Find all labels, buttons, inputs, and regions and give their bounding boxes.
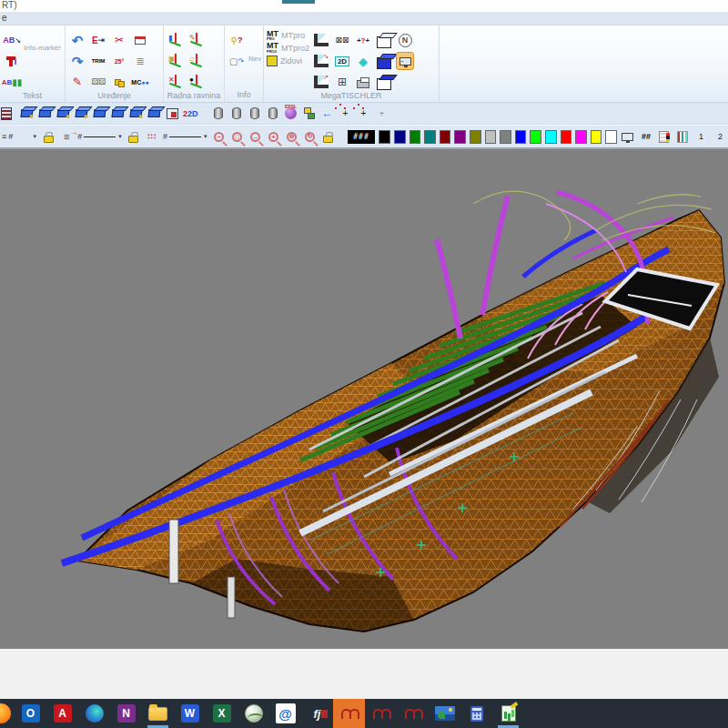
color-swatch[interactable] [605, 130, 617, 144]
view-cube-5-icon[interactable] [92, 106, 106, 122]
taskbar-spiral-app[interactable]: @ [269, 699, 301, 728]
model-viewport[interactable] [0, 149, 728, 649]
taskbar-firefox[interactable] [0, 699, 15, 728]
view-cube-1-icon[interactable] [19, 106, 34, 122]
linetype-select[interactable]: #▼ [77, 128, 123, 145]
taskbar-acrobat[interactable]: A [46, 699, 78, 728]
current-color-sample[interactable]: ### [348, 130, 376, 144]
print-icon[interactable] [354, 73, 372, 91]
workplane-cube-icon[interactable]: ▣ [167, 52, 185, 70]
redo-icon[interactable]: ↷ [68, 52, 86, 70]
2d-mode-icon[interactable]: 2D [333, 52, 351, 70]
taskbar-cad-3[interactable] [397, 699, 429, 728]
diamond-eraser-icon[interactable]: ◆ [354, 52, 372, 70]
angle-icon[interactable]: 25° [110, 52, 128, 70]
workplane-cutline-icon[interactable]: ✕ [167, 73, 185, 91]
taskbar-outlook[interactable]: O [15, 699, 46, 728]
color-swatch[interactable] [394, 130, 406, 144]
taskbar-fj-app[interactable]: fj [301, 699, 333, 728]
color-bars-icon[interactable] [675, 128, 690, 145]
cube-blue-icon[interactable] [375, 52, 393, 70]
boxes-x-icon[interactable]: ⊠⊠ [333, 31, 351, 49]
plus-query-icon[interactable]: +?+ [354, 31, 372, 49]
screen-color-icon[interactable] [621, 128, 635, 145]
epsl-sphere-icon[interactable]: EPSL [284, 106, 298, 122]
taskbar-notes[interactable] [492, 699, 524, 728]
cylinder-4-icon[interactable] [266, 106, 280, 122]
cube-white-icon[interactable] [375, 31, 393, 49]
cylinder-2-icon[interactable] [229, 106, 244, 122]
zoom-lock-icon[interactable] [321, 128, 336, 145]
mtpro2-button[interactable]: MTPRO2MTpro2 [267, 43, 309, 52]
layer-select[interactable]: ≡#▼ [2, 128, 37, 145]
cut-icon[interactable]: ✂ [110, 31, 128, 49]
zoom-extents-icon[interactable]: ↔ [248, 128, 263, 145]
corner-1-icon[interactable] [312, 31, 330, 49]
workplane-pencil-icon[interactable]: ✎ [187, 31, 206, 49]
view-cube-6-icon[interactable] [110, 106, 125, 122]
color-swatch[interactable] [561, 130, 572, 144]
screen-settings-icon-active[interactable]: ⌐ [396, 52, 414, 70]
color-swatch[interactable] [575, 130, 587, 144]
cube-half-icon[interactable] [375, 73, 393, 91]
color-swatch[interactable] [500, 130, 511, 144]
zoom-window-icon[interactable]: □ [230, 128, 245, 145]
color-list-icon[interactable] [657, 128, 672, 145]
undo-icon[interactable]: ↶ [68, 31, 86, 49]
zidovi-button[interactable]: Zidovi [267, 56, 302, 66]
workplane-point-icon[interactable]: ● [187, 73, 206, 91]
grid-table-icon[interactable] [1, 106, 15, 122]
flowchart-icon[interactable] [302, 106, 317, 122]
view-cube-4-icon[interactable] [74, 106, 88, 122]
view-cube-3-icon[interactable] [56, 106, 70, 122]
align-boxes-icon[interactable] [110, 73, 128, 91]
erase-icon[interactable]: ✎ [68, 73, 86, 91]
n-circle-icon[interactable]: N [396, 31, 414, 49]
taskbar-photos[interactable] [429, 699, 460, 728]
menu-item-fragment[interactable]: e [2, 13, 7, 23]
text-colors-icon[interactable]: AB▮▮ [3, 73, 21, 91]
color-swatch[interactable] [515, 130, 527, 144]
page-number-2[interactable]: 2 [713, 132, 728, 141]
color-swatch[interactable] [485, 130, 497, 144]
pen-style-icon[interactable]: ∶∶∶ [145, 128, 159, 145]
cylinder-3-icon[interactable] [248, 106, 262, 122]
taskbar-excel[interactable]: X [206, 699, 238, 728]
taskbar-explorer[interactable] [142, 699, 174, 728]
taskbar-edge[interactable] [78, 699, 110, 728]
mc-icon[interactable]: MC●● [131, 73, 149, 91]
color-swatch[interactable] [440, 130, 451, 144]
zoom-previous-icon[interactable]: ⊖ [285, 128, 299, 145]
zoom-out-icon[interactable]: − [212, 128, 227, 145]
layer-move-icon[interactable]: ≡→ [59, 128, 74, 145]
view-cube-8-icon[interactable] [147, 106, 161, 122]
color-swatch[interactable] [470, 130, 481, 144]
color-swatch[interactable] [379, 130, 390, 144]
menu-bar[interactable]: e [0, 13, 728, 25]
workplane-wall-icon[interactable]: ▮ [167, 31, 185, 49]
text-style-icon[interactable]: AB↘ [3, 31, 21, 49]
view-cube-2-icon[interactable] [37, 106, 52, 122]
snap-points-1-icon[interactable]: + [339, 106, 353, 122]
penwidth-select[interactable]: #▼ [163, 128, 208, 145]
taskbar-cad-2[interactable] [365, 699, 397, 728]
cylinder-1-icon[interactable] [211, 106, 226, 122]
corner-3-icon[interactable]: ↗ [312, 73, 330, 91]
snap-points-2-icon[interactable]: + [357, 106, 371, 122]
nev-icon[interactable]: ▢↷ [228, 52, 246, 70]
divide-icon[interactable]: ÷ [375, 106, 389, 122]
workplane-plane-icon[interactable]: ▱ [187, 52, 206, 70]
dice-icon[interactable]: ⚄⚄ [89, 73, 107, 91]
list-props-icon[interactable]: ≣ [131, 52, 149, 70]
taskbar-sphere-app[interactable] [238, 699, 269, 728]
color-swatch[interactable] [545, 130, 557, 144]
taskbar-onenote[interactable]: N [110, 699, 142, 728]
color-swatch[interactable] [410, 130, 421, 144]
back-arrow-icon[interactable]: ← [320, 106, 335, 122]
zoom-in-icon[interactable]: + [267, 128, 281, 145]
red-box-icon[interactable] [165, 106, 179, 122]
page-number-1[interactable]: 1 [693, 132, 709, 141]
measure-query-icon[interactable]: ⚲? [228, 31, 246, 49]
corner-2-icon[interactable]: ↘ [312, 52, 330, 70]
color-swatch[interactable] [424, 130, 436, 144]
